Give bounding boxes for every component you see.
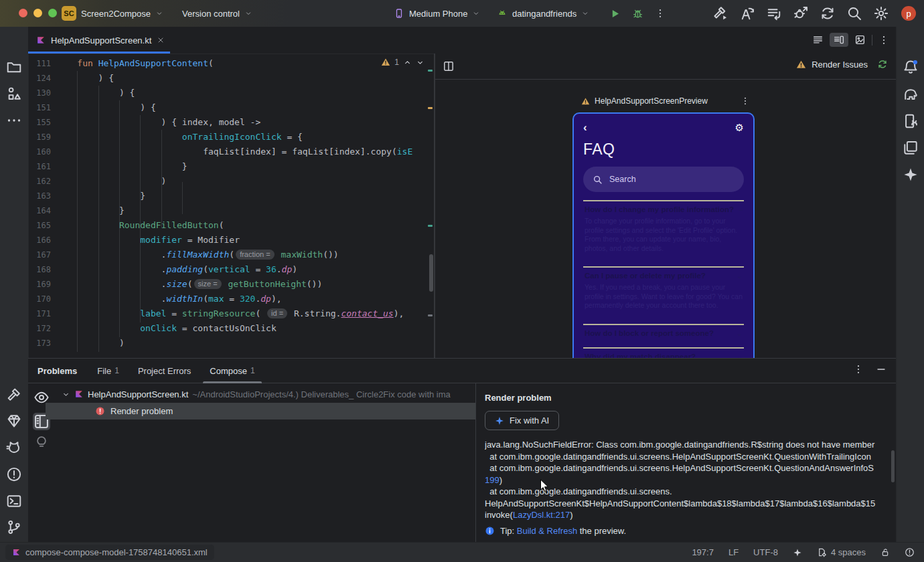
close-tab-icon[interactable] (157, 36, 165, 44)
code-line[interactable]: 163 } (28, 189, 426, 203)
run-configuration-selector[interactable]: datingandfriends (497, 5, 589, 21)
line-number[interactable]: 163 (28, 189, 56, 203)
code-line[interactable]: 173 ) (28, 336, 426, 351)
caret-position[interactable]: 197:7 (692, 547, 714, 557)
code-line[interactable]: 164 } (28, 203, 426, 218)
preview-layout-icon[interactable] (443, 60, 455, 72)
code-line[interactable]: 151 ) { (28, 100, 426, 115)
line-ending[interactable]: LF (728, 547, 739, 557)
next-issue-icon[interactable] (416, 58, 425, 67)
line-number[interactable]: 165 (28, 218, 56, 233)
search-everywhere-icon[interactable] (846, 5, 862, 21)
build-refresh-link[interactable]: Build & Refresh (517, 526, 577, 536)
gradle-tool-icon[interactable] (903, 86, 919, 102)
code-text[interactable]: } (56, 159, 187, 174)
editor-scrollbar[interactable] (429, 254, 433, 292)
problems-tool-icon[interactable] (6, 466, 22, 482)
ai-transform-icon[interactable] (739, 5, 755, 21)
code-line[interactable]: 160 faqList[index] = faqList[index].copy… (28, 145, 426, 159)
vcs-menu[interactable]: Version control (182, 5, 252, 21)
device-manager-icon[interactable] (903, 113, 919, 129)
problems-tab-project-errors[interactable]: Project Errors (138, 359, 191, 383)
ai-status-icon[interactable] (793, 548, 802, 557)
code-line[interactable]: 161 } (28, 159, 426, 174)
problems-tab-compose[interactable]: Compose1 (210, 359, 254, 383)
editor-options-icon[interactable] (878, 35, 889, 45)
code-line[interactable]: 168 .padding(vertical = 36.dp) (28, 262, 426, 277)
status-file-chip[interactable]: compose-compose-model-1758748140651.xml (5, 545, 214, 560)
line-number[interactable]: 151 (28, 100, 56, 115)
line-number[interactable]: 171 (28, 306, 56, 321)
problems-file-node[interactable]: HelpAndSupportScreen.kt ~/AndroidStudioP… (62, 386, 451, 402)
code-text[interactable]: } (56, 189, 145, 203)
run-button[interactable] (609, 8, 621, 19)
more-tools-icon[interactable] (6, 112, 22, 128)
code-text[interactable]: ) (56, 174, 166, 189)
preview-options-icon[interactable] (741, 96, 750, 106)
line-number[interactable]: 160 (28, 145, 56, 159)
user-avatar[interactable]: p (901, 6, 916, 21)
file-encoding[interactable]: UTF-8 (753, 547, 778, 557)
notifications-bell-icon[interactable] (903, 59, 919, 75)
panel-options-icon[interactable] (853, 364, 864, 375)
inspection-widget[interactable]: 1 (381, 58, 425, 67)
indent-setting[interactable]: 4 spaces (817, 547, 866, 557)
editor-tab[interactable]: HelpAndSupportScreen.kt (28, 27, 173, 54)
line-number[interactable]: 159 (28, 130, 56, 145)
design-view-icon[interactable] (854, 34, 866, 45)
previous-issue-icon[interactable] (403, 58, 412, 67)
line-number[interactable]: 166 (28, 233, 56, 248)
line-number[interactable]: 172 (28, 321, 56, 336)
line-number[interactable]: 173 (28, 336, 56, 351)
code-text[interactable]: ) { index, model -> (56, 115, 260, 130)
more-run-options-icon[interactable] (655, 8, 666, 19)
line-number[interactable]: 124 (28, 71, 56, 86)
refresh-preview-icon[interactable] (877, 59, 888, 70)
maximize-window-button[interactable] (48, 9, 57, 17)
terminal-tool-icon[interactable] (6, 493, 22, 509)
line-number[interactable]: 111 (28, 56, 56, 71)
code-text[interactable]: } (56, 203, 125, 218)
code-view-icon[interactable] (812, 34, 824, 45)
gradle-sync-icon[interactable] (820, 5, 836, 21)
fix-with-ai-button[interactable]: Fix with AI (485, 411, 559, 430)
minimize-window-button[interactable] (33, 9, 42, 17)
problem-row-selected[interactable]: Render problem (46, 403, 475, 419)
code-text[interactable]: .padding(vertical = 36.dp) (56, 262, 297, 277)
code-line[interactable]: 167 .fillMaxWidth(fraction = maxWidth()) (28, 248, 426, 262)
code-line[interactable]: 171 label = stringResource( id = R.strin… (28, 306, 426, 321)
file-lock-icon[interactable] (880, 547, 890, 557)
code-text[interactable]: faqList[index] = faqList[index].copy(isE (56, 145, 412, 159)
line-number[interactable]: 164 (28, 203, 56, 218)
settings-gear-icon[interactable] (873, 5, 889, 21)
line-number[interactable]: 161 (28, 159, 56, 174)
code-text[interactable]: .size(size = getButtonHeight()) (56, 277, 322, 292)
code-text[interactable]: ) (56, 336, 125, 351)
code-text[interactable]: ) { (56, 86, 135, 100)
hide-panel-icon[interactable] (876, 364, 887, 375)
code-line[interactable]: 170 .widthIn(max = 320.dp), (28, 292, 426, 306)
device-selector[interactable]: Medium Phone (394, 5, 480, 21)
split-view-icon[interactable] (830, 33, 848, 47)
code-line[interactable]: 169 .size(size = getButtonHeight()) (28, 277, 426, 292)
running-devices-icon[interactable] (6, 440, 22, 456)
code-text[interactable]: RoundedFilledButton( (56, 218, 224, 233)
code-line[interactable]: 111 fun HelpAndSupportContent( (28, 56, 426, 71)
debug-button[interactable] (632, 8, 643, 19)
code-line[interactable]: 155 ) { index, model -> (28, 115, 426, 130)
build-tool-icon[interactable] (6, 387, 22, 403)
code-text[interactable]: label = stringResource( id = R.string.co… (56, 306, 404, 321)
stack-source-link[interactable]: LazyDsl.kt:217 (513, 510, 570, 520)
resource-manager-icon[interactable] (903, 140, 919, 156)
render-issues-status[interactable]: Render Issues (796, 59, 888, 70)
close-window-button[interactable] (19, 9, 27, 17)
line-number[interactable]: 162 (28, 174, 56, 189)
code-text[interactable]: .fillMaxWidth(fraction = maxWidth()) (56, 248, 339, 262)
app-quality-icon[interactable] (6, 413, 22, 429)
expand-chevron-icon[interactable] (62, 390, 70, 399)
line-number[interactable]: 170 (28, 292, 56, 306)
code-line[interactable]: 172 onClick = contactUsOnClick (28, 321, 426, 336)
attach-debugger-icon[interactable] (793, 5, 809, 21)
line-number[interactable]: 130 (28, 86, 56, 100)
git-tool-icon[interactable] (6, 519, 22, 535)
